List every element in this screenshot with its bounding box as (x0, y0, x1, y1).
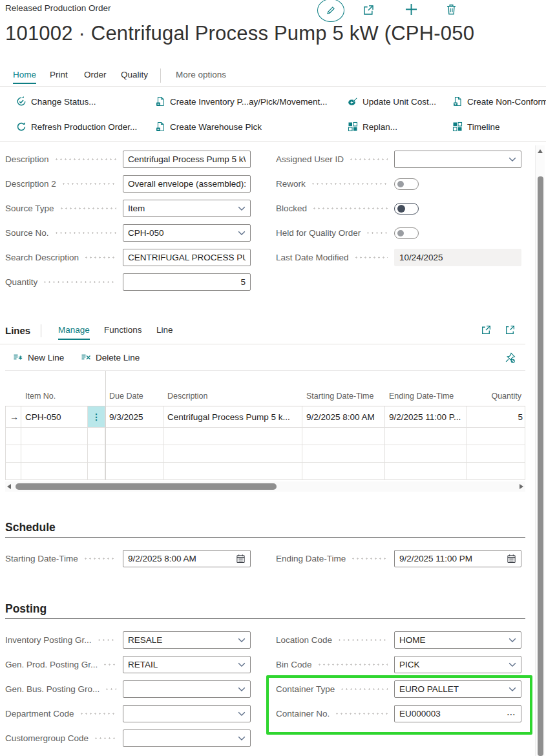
container-no-field[interactable]: EU000003 ⋯ (394, 705, 521, 722)
new-line-button[interactable]: New Line (13, 352, 64, 362)
chevron-down-icon[interactable] (509, 662, 516, 667)
cell-starting-date-time[interactable]: 9/2/2025 8:00 AM (302, 406, 385, 428)
chevron-down-icon[interactable] (238, 231, 246, 236)
assigned-user-id-field[interactable] (394, 151, 521, 168)
delete-line-button[interactable]: Delete Line (81, 352, 140, 362)
col-header-description[interactable]: Description (163, 371, 302, 406)
empty-cell[interactable] (302, 463, 385, 480)
cell-ending-date-time[interactable]: 9/2/2025 11:00 P... (385, 406, 467, 428)
empty-cell[interactable] (88, 428, 105, 445)
col-header-quantity[interactable]: Quantity (467, 371, 525, 406)
empty-cell[interactable] (163, 463, 302, 480)
held-for-quality-order-toggle[interactable] (394, 227, 419, 239)
empty-cell[interactable] (105, 428, 163, 445)
empty-cell[interactable] (21, 445, 88, 463)
action-update-unit-cost[interactable]: Update Unit Cost... (348, 96, 436, 107)
empty-cell[interactable] (302, 445, 385, 463)
share-button[interactable] (362, 4, 375, 19)
blocked-toggle[interactable] (394, 203, 419, 215)
bin-code-field[interactable]: PICK (394, 656, 521, 673)
scroll-right-arrow[interactable] (520, 484, 523, 489)
action-timeline[interactable]: Timeline (452, 121, 500, 132)
empty-cell[interactable] (88, 445, 105, 463)
empty-cell[interactable] (385, 428, 467, 445)
scroll-left-arrow[interactable] (7, 484, 11, 489)
description-field[interactable]: Centrifugal Process Pump 5 kW (123, 151, 251, 168)
action-change-status[interactable]: Change Status... (16, 96, 96, 107)
empty-cell[interactable] (5, 428, 21, 445)
horizontal-scroll-thumb[interactable] (16, 483, 277, 490)
empty-cell[interactable] (21, 463, 88, 480)
col-header-starting-date-time[interactable]: Starting Date-Time (302, 371, 385, 406)
search-description-field[interactable]: CENTRIFUGAL PROCESS PUMP (123, 249, 251, 266)
calendar-icon[interactable] (236, 554, 246, 563)
empty-cell[interactable] (163, 445, 302, 463)
chevron-down-icon[interactable] (238, 662, 246, 667)
tab-print[interactable]: Print (50, 70, 68, 83)
source-no-field[interactable]: CPH-050 (123, 224, 251, 242)
action-create-inventory-putaway-pick[interactable]: Create Inventory P...ay/Pick/Movement... (155, 96, 328, 107)
inventory-posting-group-field[interactable]: RESALE (123, 631, 251, 649)
assist-edit-button[interactable]: ⋯ (507, 711, 516, 717)
unpin-button[interactable] (505, 352, 516, 366)
cell-quantity[interactable]: 5 (467, 406, 525, 428)
vertical-scroll-thumb[interactable] (538, 176, 543, 756)
container-type-field[interactable]: EURO PALLET (394, 680, 521, 698)
lines-tab-manage[interactable]: Manage (58, 325, 90, 340)
action-create-warehouse-pick[interactable]: Create Warehouse Pick (155, 121, 262, 132)
new-button[interactable] (404, 3, 418, 19)
chevron-down-icon[interactable] (238, 711, 246, 717)
empty-cell[interactable] (467, 428, 525, 445)
chevron-down-icon[interactable] (509, 157, 516, 162)
tab-home[interactable]: Home (13, 70, 36, 84)
lines-expand-button[interactable] (505, 324, 516, 338)
empty-cell[interactable] (163, 428, 302, 445)
gen-prod-posting-group-field[interactable]: RETAIL (123, 656, 251, 673)
horizontal-scrollbar[interactable] (5, 481, 525, 492)
ending-date-time-field[interactable]: 9/2/2025 11:00 PM (394, 550, 521, 567)
empty-cell[interactable] (467, 445, 525, 463)
lines-tab-line[interactable]: Line (156, 325, 173, 339)
tab-order[interactable]: Order (84, 70, 107, 83)
action-replan[interactable]: Replan... (348, 121, 397, 132)
col-header-due-date[interactable]: Due Date (105, 371, 163, 406)
empty-cell[interactable] (5, 445, 21, 463)
empty-cell[interactable] (105, 445, 163, 463)
department-code-field[interactable] (123, 705, 251, 722)
action-refresh-production-order[interactable]: Refresh Production Order... (16, 121, 137, 132)
action-create-non-conformance[interactable]: Create Non-Conform (452, 96, 546, 107)
chevron-down-icon[interactable] (238, 736, 246, 741)
cell-item-no[interactable]: CPH-050 (21, 406, 88, 428)
empty-cell[interactable] (5, 463, 21, 480)
tab-quality[interactable]: Quality (121, 70, 148, 83)
gen-bus-posting-group-field[interactable] (123, 680, 251, 698)
chevron-down-icon[interactable] (238, 638, 246, 643)
chevron-down-icon[interactable] (509, 638, 516, 643)
starting-date-time-field[interactable]: 9/2/2025 8:00 AM (123, 550, 251, 567)
quantity-field[interactable]: 5 (123, 273, 251, 291)
col-header-ending-date-time[interactable]: Ending Date-Time (385, 371, 467, 406)
source-type-field[interactable]: Item (123, 200, 251, 217)
chevron-down-icon[interactable] (238, 206, 246, 211)
vertical-scrollbar[interactable] (535, 145, 545, 756)
cell-description[interactable]: Centrifugal Process Pump 5 k... (163, 406, 302, 428)
empty-cell[interactable] (21, 428, 88, 445)
row-options-button[interactable]: ⋮ (88, 406, 105, 428)
empty-cell[interactable] (105, 463, 163, 480)
lines-tab-functions[interactable]: Functions (104, 325, 142, 339)
empty-cell[interactable] (385, 463, 467, 480)
scroll-up-arrow[interactable] (538, 149, 543, 153)
customergroup-code-field[interactable] (123, 730, 251, 747)
empty-cell[interactable] (467, 463, 525, 480)
chevron-down-icon[interactable] (509, 687, 516, 692)
lines-share-button[interactable] (481, 324, 492, 338)
rework-toggle[interactable] (394, 178, 419, 190)
empty-cell[interactable] (385, 445, 467, 463)
delete-button[interactable] (445, 3, 457, 18)
empty-cell[interactable] (302, 428, 385, 445)
description2-field[interactable]: Overall envelope (assembled): (123, 175, 251, 193)
calendar-icon[interactable] (507, 554, 516, 563)
col-header-item-no[interactable]: Item No. (21, 371, 88, 406)
tab-more-options[interactable]: More options (176, 70, 226, 83)
location-code-field[interactable]: HOME (394, 631, 521, 649)
